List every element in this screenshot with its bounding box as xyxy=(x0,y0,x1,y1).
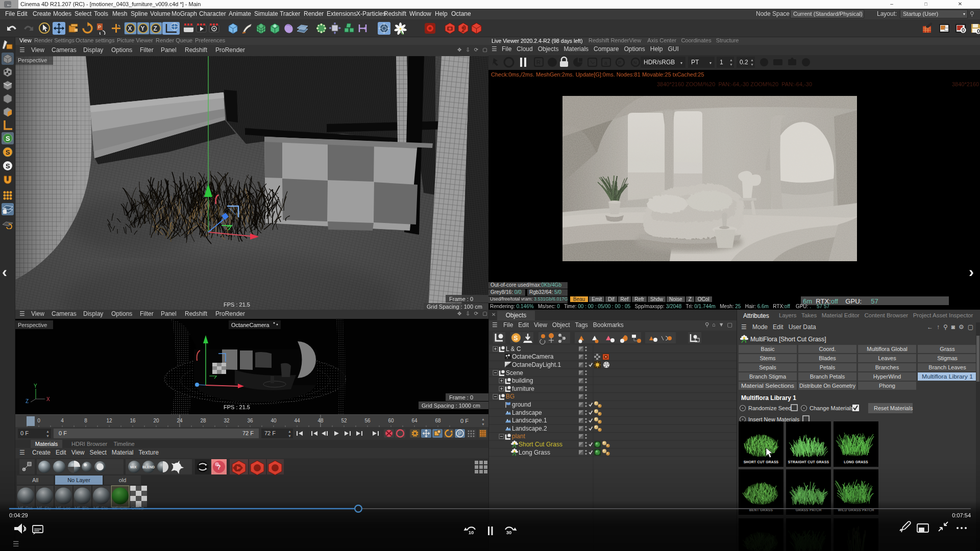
svg-text:8: 8 xyxy=(84,418,87,423)
svg-text:12: 12 xyxy=(106,418,112,423)
svg-text:▼: ▼ xyxy=(729,63,733,66)
svg-text:building: building xyxy=(512,377,533,384)
svg-text:4: 4 xyxy=(61,418,64,423)
svg-text:20: 20 xyxy=(153,418,159,423)
svg-text:Coord.: Coord. xyxy=(819,346,836,352)
svg-text:0 F: 0 F xyxy=(20,430,29,436)
svg-text:P: P xyxy=(618,60,621,65)
svg-text:BG: BG xyxy=(506,393,514,400)
svg-text:Short Cut Grass: Short Cut Grass xyxy=(519,441,562,448)
svg-text:L & C: L & C xyxy=(506,345,521,353)
svg-text:Frame : 0: Frame : 0 xyxy=(449,296,473,302)
svg-text:X: X xyxy=(128,25,132,32)
svg-text:FPS : 21.5: FPS : 21.5 xyxy=(224,404,250,410)
svg-text:Blades: Blades xyxy=(819,355,836,361)
svg-text:60: 60 xyxy=(388,418,394,423)
svg-text:Y: Y xyxy=(141,25,145,32)
svg-text:10: 10 xyxy=(469,530,474,535)
svg-text:Material Selections: Material Selections xyxy=(741,383,795,389)
svg-text:Frame : 0: Frame : 0 xyxy=(449,394,473,400)
svg-text:30: 30 xyxy=(506,530,512,535)
svg-text:▼: ▼ xyxy=(288,434,291,438)
svg-text:Change Materials: Change Materials xyxy=(810,405,854,411)
svg-text:▼: ▼ xyxy=(46,434,50,438)
svg-text:Basic: Basic xyxy=(761,346,775,352)
svg-text:Sepals: Sepals xyxy=(759,364,776,370)
svg-text:64: 64 xyxy=(411,418,418,423)
svg-text:Multiflora Library 1: Multiflora Library 1 xyxy=(922,373,973,380)
svg-text:Long Grass: Long Grass xyxy=(519,449,550,456)
svg-text:40: 40 xyxy=(271,418,277,423)
svg-text:Landscape.2: Landscape.2 xyxy=(512,425,547,432)
svg-text:▲: ▲ xyxy=(288,430,291,433)
svg-text:0: 0 xyxy=(977,28,980,34)
svg-text:furniture: furniture xyxy=(512,385,534,392)
svg-text:S: S xyxy=(6,148,10,156)
svg-text:R: R xyxy=(536,59,541,65)
svg-text:Distribute On Geometry: Distribute On Geometry xyxy=(799,383,855,389)
svg-text:36: 36 xyxy=(247,418,253,423)
svg-text:Landscape.1: Landscape.1 xyxy=(512,417,547,424)
svg-text:68: 68 xyxy=(435,418,441,423)
svg-text:▼: ▼ xyxy=(481,422,485,426)
svg-text:S: S xyxy=(6,135,10,142)
svg-text:72 F: 72 F xyxy=(242,430,254,436)
svg-text:▼: ▼ xyxy=(750,63,754,66)
svg-text:28: 28 xyxy=(200,418,206,423)
svg-text:Z: Z xyxy=(154,25,157,32)
svg-text:0: 0 xyxy=(962,27,965,33)
svg-text:N: N xyxy=(633,60,637,65)
svg-text:Leaves: Leaves xyxy=(878,355,896,361)
svg-text:0:04:29: 0:04:29 xyxy=(9,512,28,518)
svg-text:P: P xyxy=(458,431,462,437)
svg-text:a: a xyxy=(604,60,607,66)
svg-text:0 F: 0 F xyxy=(460,418,469,424)
svg-text:Y: Y xyxy=(34,383,37,389)
svg-text:Scene: Scene xyxy=(506,369,523,377)
svg-text:Branch Petals: Branch Petals xyxy=(810,373,845,380)
svg-text:S: S xyxy=(514,335,518,342)
svg-text:Grid Spacing : 1000 cm: Grid Spacing : 1000 cm xyxy=(422,403,480,409)
svg-text:52: 52 xyxy=(341,418,347,423)
svg-text:0:07:54: 0:07:54 xyxy=(952,512,971,518)
svg-text:HyperWind: HyperWind xyxy=(873,373,901,380)
svg-text:Stems: Stems xyxy=(760,355,776,361)
svg-text:OctaneCamera: OctaneCamera xyxy=(231,322,270,328)
svg-text:S: S xyxy=(6,162,10,170)
svg-text:OctaneCamera: OctaneCamera xyxy=(512,353,554,360)
svg-text:Petals: Petals xyxy=(820,364,836,370)
svg-text:0 F: 0 F xyxy=(59,430,67,436)
svg-text:P: P xyxy=(98,24,101,30)
svg-text:Phong: Phong xyxy=(879,383,895,389)
svg-text:OctaneDayLight.1: OctaneDayLight.1 xyxy=(512,361,561,368)
svg-text:Branch Stigma: Branch Stigma xyxy=(749,373,787,380)
svg-text:Grass: Grass xyxy=(940,346,955,352)
svg-text:0: 0 xyxy=(37,418,40,423)
svg-text:Z: Z xyxy=(26,398,29,404)
svg-text:▾: ▾ xyxy=(709,61,712,65)
svg-text:HDR/sRGB: HDR/sRGB xyxy=(644,59,675,66)
svg-text:Stigmas: Stigmas xyxy=(937,355,958,361)
svg-text:ground: ground xyxy=(512,401,531,408)
svg-text:X: X xyxy=(46,396,50,402)
svg-text:0.2: 0.2 xyxy=(740,59,748,66)
svg-text:▲: ▲ xyxy=(750,58,754,62)
svg-text:Branches: Branches xyxy=(875,364,899,370)
svg-text:1: 1 xyxy=(720,59,723,66)
svg-text:▲: ▲ xyxy=(481,417,485,421)
svg-text:▲: ▲ xyxy=(729,58,733,62)
svg-text:Perspective: Perspective xyxy=(18,57,47,63)
svg-text:Grid Spacing : 100 cm: Grid Spacing : 100 cm xyxy=(427,304,482,310)
svg-text:32: 32 xyxy=(224,418,230,423)
svg-text:16: 16 xyxy=(130,418,136,423)
svg-text:▾: ▾ xyxy=(680,61,682,65)
svg-text:56: 56 xyxy=(364,418,371,423)
svg-text:Landscape: Landscape xyxy=(512,409,542,416)
svg-text:plant: plant xyxy=(512,433,526,440)
svg-text:72 F: 72 F xyxy=(264,430,276,436)
svg-text:Branch Leaves: Branch Leaves xyxy=(928,364,966,370)
svg-text:▲: ▲ xyxy=(46,430,50,433)
svg-text:Perspective: Perspective xyxy=(18,322,47,328)
svg-text:FPS : 21.5: FPS : 21.5 xyxy=(224,302,250,308)
svg-text:Reset Materials: Reset Materials xyxy=(874,405,913,411)
